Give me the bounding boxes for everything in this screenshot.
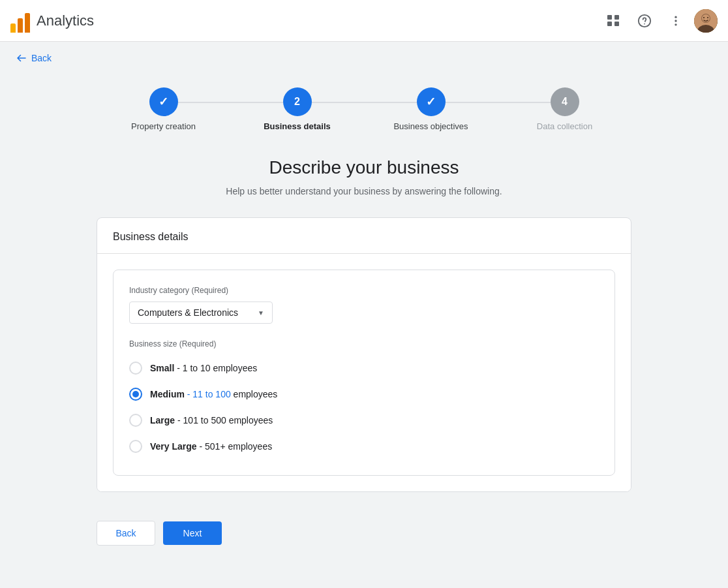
main-content: Describe your business Help us better un… <box>70 157 658 585</box>
app-title: Analytics <box>37 12 94 29</box>
svg-point-2 <box>675 16 676 18</box>
radio-medium-rest: employees <box>234 389 278 399</box>
industry-category-field: Industry category (Required) Computers &… <box>129 286 599 324</box>
step-2-label: Business details <box>264 121 331 131</box>
svg-point-3 <box>675 20 676 22</box>
radio-medium-blue: - 11 to 100 <box>187 389 231 399</box>
radio-large-label: Large - 101 to 500 employees <box>150 415 273 426</box>
svg-point-1 <box>644 23 645 24</box>
radio-very-large-label: Very Large - 501+ employees <box>150 441 272 452</box>
step-business-details: 2 Business details <box>230 87 364 131</box>
step-4-number: 4 <box>562 96 568 108</box>
step-4-label: Data collection <box>537 121 592 131</box>
step-2-circle: 2 <box>283 87 312 116</box>
radio-small-rest: - 1 to 10 employees <box>177 363 257 373</box>
page-subtitle: Help us better understand your business … <box>97 186 631 196</box>
grid-icon <box>607 15 619 27</box>
radio-large-outer <box>129 414 142 427</box>
radio-small-label: Small - 1 to 10 employees <box>150 363 257 373</box>
radio-medium-outer <box>129 388 142 401</box>
radio-small-outer <box>129 362 142 375</box>
business-size-field: Business size (Required) Small - 1 to 10… <box>129 339 599 459</box>
radio-medium-inner <box>132 391 139 397</box>
radio-very-large-bold: Very Large <box>150 441 197 452</box>
step-1-check-icon: ✓ <box>159 95 168 109</box>
svg-point-4 <box>675 23 676 25</box>
step-1-circle: ✓ <box>149 87 178 116</box>
radio-large-bold: Large <box>150 415 175 426</box>
more-icon <box>669 14 682 27</box>
step-3-check-icon: ✓ <box>426 95 436 109</box>
radio-very-large[interactable]: Very Large - 501+ employees <box>129 433 599 459</box>
step-property-creation: ✓ Property creation <box>97 87 230 131</box>
industry-label: Industry category (Required) <box>129 286 599 295</box>
step-business-objectives: ✓ Business objectives <box>364 87 498 131</box>
radio-large[interactable]: Large - 101 to 500 employees <box>129 407 599 433</box>
svg-point-0 <box>639 14 650 26</box>
size-label: Business size (Required) <box>129 339 599 348</box>
radio-large-rest: - 101 to 500 employees <box>177 415 273 426</box>
user-avatar[interactable] <box>694 9 718 33</box>
help-button[interactable] <box>631 8 658 34</box>
step-4-circle: 4 <box>551 87 579 116</box>
header-actions <box>600 8 718 34</box>
step-data-collection: 4 Data collection <box>498 87 631 131</box>
radio-medium[interactable]: Medium - 11 to 100 employees <box>129 381 599 407</box>
back-link[interactable]: Back <box>0 42 67 74</box>
analytics-logo <box>10 9 30 33</box>
card-header: Business details <box>97 218 631 254</box>
avatar-svg <box>694 9 718 33</box>
button-row: Back Next <box>97 508 631 559</box>
step-1-label: Property creation <box>131 121 196 131</box>
step-3-circle: ✓ <box>417 87 446 116</box>
radio-medium-label: Medium - 11 to 100 employees <box>150 389 277 399</box>
radio-very-large-outer <box>129 440 142 453</box>
svg-point-9 <box>703 17 705 18</box>
radio-small[interactable]: Small - 1 to 10 employees <box>129 355 599 381</box>
help-icon <box>637 14 652 28</box>
back-button[interactable]: Back <box>97 521 155 546</box>
stepper: ✓ Property creation 2 Business details ✓… <box>70 74 658 157</box>
logo-bar-1 <box>10 23 16 33</box>
radio-small-bold: Small <box>150 363 174 373</box>
dropdown-arrow-icon: ▼ <box>258 309 264 317</box>
back-arrow-icon <box>16 52 27 64</box>
radio-medium-bold: Medium <box>150 389 185 399</box>
industry-value: Computers & Electronics <box>138 307 238 318</box>
step-3-label: Business objectives <box>393 121 468 131</box>
back-link-label: Back <box>31 53 52 63</box>
more-button[interactable] <box>663 8 689 34</box>
header: Analytics <box>0 0 728 42</box>
logo-bar-3 <box>25 13 30 33</box>
industry-dropdown[interactable]: Computers & Electronics ▼ <box>129 302 273 324</box>
logo-bar-2 <box>18 18 23 33</box>
next-button[interactable]: Next <box>163 521 222 545</box>
svg-point-10 <box>707 17 708 18</box>
header-logo: Analytics <box>10 9 600 33</box>
card-body: Industry category (Required) Computers &… <box>97 254 631 491</box>
step-2-number: 2 <box>294 96 300 108</box>
page-title: Describe your business <box>97 157 631 178</box>
avatar-image <box>694 9 718 33</box>
inner-card: Industry category (Required) Computers &… <box>113 270 615 476</box>
apps-button[interactable] <box>600 8 626 34</box>
radio-very-large-rest: - 501+ employees <box>200 441 273 452</box>
business-details-card: Business details Industry category (Requ… <box>97 217 631 492</box>
